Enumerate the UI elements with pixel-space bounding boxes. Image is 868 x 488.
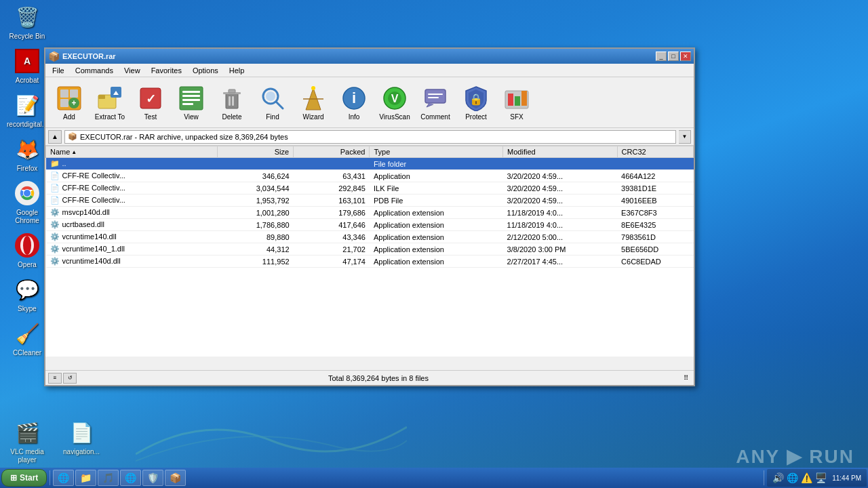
taskbar-separator-2	[764, 470, 764, 485]
toolbar-sfx-button[interactable]: SFX	[497, 81, 536, 125]
toolbar-find-button[interactable]: Find	[253, 81, 292, 125]
close-button[interactable]: ✕	[680, 52, 691, 61]
minimize-button[interactable]: _	[656, 52, 667, 61]
tray-icon-2: 🌐	[787, 472, 798, 483]
firefox-icon: 🦊	[14, 136, 41, 163]
ccleaner-icon: 🧹	[14, 320, 41, 347]
col-type[interactable]: Type	[370, 146, 503, 158]
status-btn-2[interactable]: ↺	[63, 373, 77, 384]
taskbar-media[interactable]: 🎵	[98, 470, 119, 486]
table-row[interactable]: 📁..File folder	[46, 158, 694, 170]
file-size-cell: 89,880	[217, 231, 293, 243]
taskbar-folder[interactable]: 📁	[75, 470, 96, 486]
svg-rect-43	[515, 96, 520, 106]
svg-text:🔒: 🔒	[469, 93, 483, 106]
col-modified[interactable]: Modified	[503, 146, 618, 158]
file-modified-cell: 11/18/2019 4:0...	[503, 207, 618, 219]
desktop-icon-recycle-bin[interactable]: 🗑️ Recycle Bin	[3, 3, 51, 41]
table-row[interactable]: ⚙️msvcp140d.dll1,001,280179,686Applicati…	[46, 207, 694, 219]
menu-commands[interactable]: Commands	[70, 65, 119, 76]
file-packed-cell: 63,431	[294, 170, 370, 182]
desktop: 🗑️ Recycle Bin A Acrobat 📝 recortdigital…	[0, 0, 868, 488]
svg-rect-22	[182, 103, 193, 105]
svg-text:i: i	[352, 89, 356, 106]
desktop-icon-nav[interactable]: 📄 navigation...	[58, 419, 105, 464]
test-icon: ✓	[137, 85, 164, 112]
svg-point-3	[24, 190, 31, 197]
toolbar-delete-button[interactable]: Delete	[212, 81, 252, 125]
menu-file[interactable]: File	[47, 65, 70, 76]
file-type-cell: Application extension	[370, 207, 503, 219]
desktop-icon-vlc[interactable]: 🎬 VLC mediaplayer	[3, 419, 51, 464]
status-btn-1[interactable]: ≡	[48, 373, 62, 384]
file-crc-cell: 5BE656DD	[617, 243, 693, 256]
file-packed-cell: 21,702	[294, 243, 370, 256]
taskbar-time: 11:44 PM	[832, 474, 861, 482]
menu-help[interactable]: Help	[224, 65, 250, 76]
resize-handle[interactable]: ⠿	[680, 373, 691, 384]
address-path-text: EXECUTOR.rar - RAR archive, unpacked siz…	[80, 133, 288, 141]
file-name-cell: 📄CFF-RE Collectiv...	[46, 195, 218, 207]
toolbar-comment-button[interactable]: Comment	[416, 81, 455, 125]
address-dropdown[interactable]: ▼	[679, 130, 691, 144]
col-crc32[interactable]: CRC32	[617, 146, 693, 158]
add-icon: +	[56, 85, 83, 112]
file-packed-cell: 179,686	[294, 207, 370, 219]
skype-icon: 💬	[14, 276, 41, 303]
svg-rect-44	[521, 91, 527, 106]
svg-rect-20	[182, 95, 200, 97]
restore-button[interactable]: □	[668, 52, 679, 61]
status-text: Total 8,369,264 bytes in 8 files	[79, 374, 677, 382]
address-bar: ▲ 📦 EXECUTOR.rar - RAR archive, unpacked…	[45, 128, 694, 146]
col-packed[interactable]: Packed	[294, 146, 370, 158]
taskbar-ie[interactable]: 🌐	[53, 470, 74, 486]
toolbar-add-button[interactable]: + Add	[50, 81, 89, 125]
virusscan-label: VirusScan	[379, 113, 410, 121]
taskbar-security[interactable]: 🛡️	[142, 470, 163, 486]
toolbar-test-button[interactable]: ✓ Test	[131, 81, 170, 125]
toolbar-protect-button[interactable]: 🔒 Protect	[456, 81, 496, 125]
back-button[interactable]: ▲	[48, 130, 62, 144]
tray-icon-3: ⚠️	[801, 472, 812, 483]
table-row[interactable]: 📄CFF-RE Collectiv...1,953,792163,101PDB …	[46, 195, 694, 207]
toolbar-virusscan-button[interactable]: V VirusScan	[375, 81, 414, 125]
menu-view[interactable]: View	[119, 65, 146, 76]
nav-icon: 📄	[68, 419, 95, 446]
toolbar-view-button[interactable]: View	[172, 81, 211, 125]
toolbar-wizard-button[interactable]: Wizard	[294, 81, 333, 125]
file-size-cell: 3,034,544	[217, 182, 293, 195]
col-name[interactable]: Name ▲	[46, 146, 218, 158]
file-name-cell: ⚙️msvcp140d.dll	[46, 207, 218, 219]
svg-rect-9	[70, 89, 78, 98]
col-size[interactable]: Size	[217, 146, 293, 158]
delete-label: Delete	[222, 113, 242, 121]
toolbar-extract-button[interactable]: Extract To	[90, 81, 130, 125]
info-icon: i	[340, 85, 368, 112]
title-bar-left: 📦 EXECUTOR.rar	[48, 51, 116, 62]
table-row[interactable]: 📄CFF-RE Collectiv...3,034,544292,845ILK …	[46, 182, 694, 195]
start-button[interactable]: ⊞ Start	[1, 469, 47, 487]
menu-favorites[interactable]: Favorites	[146, 65, 187, 76]
file-modified-cell: 2/12/2020 5:00...	[503, 231, 618, 243]
svg-rect-10	[60, 99, 68, 107]
firefox-label: Firefox	[17, 165, 38, 173]
menu-options[interactable]: Options	[187, 65, 224, 76]
start-label: Start	[20, 473, 38, 483]
sfx-icon	[503, 85, 530, 112]
table-row[interactable]: ⚙️vcruntime140_1.dll44,31221,702Applicat…	[46, 243, 694, 256]
toolbar-info-button[interactable]: i Info	[334, 81, 374, 125]
window-title: EXECUTOR.rar	[62, 52, 116, 60]
taskbar-rar[interactable]: 📦	[165, 470, 186, 486]
table-row[interactable]: ⚙️vcruntime140.dll89,88043,346Applicatio…	[46, 231, 694, 243]
status-bar: ≡ ↺ Total 8,369,264 bytes in 8 files ⠿	[45, 370, 694, 385]
table-row[interactable]: 📄CFF-RE Collectiv...346,62463,431Applica…	[46, 170, 694, 182]
table-row[interactable]: ⚙️vcruntime140d.dll111,95247,174Applicat…	[46, 256, 694, 268]
system-tray: 🔊 🌐 ⚠️ 🖥️ 11:44 PM	[767, 469, 867, 487]
recycle-bin-icon: 🗑️	[14, 3, 41, 30]
taskbar-chrome[interactable]: 🌐	[120, 470, 141, 486]
file-modified-cell: 2/27/2017 4:45...	[503, 256, 618, 268]
file-crc-cell: 8E6E4325	[617, 219, 693, 231]
svg-rect-19	[182, 91, 200, 93]
table-row[interactable]: ⚙️ucrtbased.dll1,786,880417,646Applicati…	[46, 219, 694, 231]
file-size-cell: 346,624	[217, 170, 293, 182]
